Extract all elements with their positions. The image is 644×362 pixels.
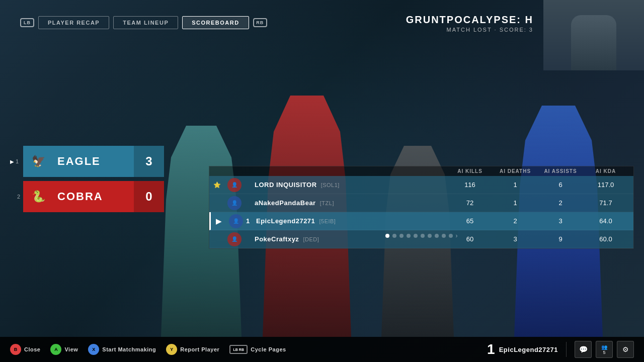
page-dot-6 bbox=[421, 234, 425, 238]
col-header-assists: AI ASSISTS bbox=[538, 168, 583, 174]
page-dot-5 bbox=[414, 234, 418, 238]
player-kda: 64.0 bbox=[583, 217, 628, 225]
player-kda: 71.7 bbox=[583, 199, 628, 207]
player-tag: [TZL] bbox=[320, 200, 334, 206]
score-header: AI KILLS AI DEATHS AI ASSISTS AI KDA bbox=[209, 166, 633, 176]
current-player: 1 EpicLegend27271 bbox=[487, 341, 558, 357]
match-result: MATCH LOST · SCORE: 3 bbox=[406, 27, 533, 33]
player-kda: 117.0 bbox=[583, 181, 628, 189]
action-cycle-label: Cycle Pages bbox=[251, 346, 286, 352]
col-header-kills: AI KILLS bbox=[447, 168, 493, 174]
page-dot-2 bbox=[392, 234, 396, 238]
player-deaths: 2 bbox=[493, 217, 538, 225]
eagle-score: 3 bbox=[134, 146, 164, 177]
table-row[interactable]: ▶ 👤 1 EpicLegend27271 [5EIB] 65 2 3 64.0 bbox=[209, 212, 633, 230]
player-tag: [SOL1] bbox=[321, 182, 340, 188]
match-name: GRUNTPOCALYPSE: H bbox=[406, 14, 533, 26]
pagination: › bbox=[209, 232, 634, 239]
col-header-kda: AI KDA bbox=[583, 168, 628, 174]
action-matchmaking[interactable]: X Start Matchmaking bbox=[88, 344, 156, 355]
webcam-feed bbox=[543, 0, 644, 70]
action-view-label: View bbox=[64, 346, 78, 352]
player-assists: 3 bbox=[538, 217, 583, 225]
player-deaths: 1 bbox=[493, 199, 538, 207]
player-name: LORD INQUISITOR [SOL1] bbox=[255, 181, 447, 189]
chat-icon-button[interactable]: 💬 bbox=[575, 341, 592, 358]
players-icon-button[interactable]: 👥 5 bbox=[596, 341, 613, 358]
action-cycle-pages[interactable]: LB RB Cycle Pages bbox=[229, 345, 286, 354]
y-button[interactable]: Y bbox=[166, 344, 177, 355]
left-bumper[interactable]: LB bbox=[20, 18, 34, 27]
page-dot-4 bbox=[407, 234, 411, 238]
match-title: GRUNTPOCALYPSE: H MATCH LOST · SCORE: 3 bbox=[406, 14, 533, 33]
player-name: EpicLegend27271 [5EIB] bbox=[256, 217, 447, 225]
top-navigation: LB PLAYER RECAP TEAM LINEUP SCOREBOARD R… bbox=[20, 16, 267, 29]
team-indicator-cobra: 2 bbox=[10, 194, 20, 200]
table-row[interactable]: ⭐ 👤 LORD INQUISITOR [SOL1] 116 1 6 117.0 bbox=[209, 176, 633, 194]
rank-icon bbox=[209, 194, 224, 212]
player-avatar: 👤 bbox=[227, 196, 242, 210]
player-kills: 65 bbox=[447, 217, 493, 225]
player-kills: 116 bbox=[447, 181, 493, 189]
action-close[interactable]: B Close bbox=[10, 344, 40, 355]
team-row-cobra: 2 🐍 COBRA 0 bbox=[10, 181, 164, 212]
player-avatar: 👤 bbox=[229, 214, 243, 228]
tab-team-lineup[interactable]: TEAM LINEUP bbox=[113, 16, 178, 29]
current-player-number: 1 bbox=[487, 341, 495, 357]
cobra-score: 0 bbox=[134, 181, 164, 212]
divider bbox=[566, 342, 567, 357]
cobra-name: COBRA bbox=[53, 190, 134, 203]
player-assists: 6 bbox=[538, 181, 583, 189]
bottom-right: 1 EpicLegend27271 💬 👥 5 ⚙ bbox=[487, 341, 634, 358]
action-close-label: Close bbox=[24, 346, 40, 352]
rank-icon: ▶ bbox=[211, 212, 226, 230]
action-report-label: Report Player bbox=[180, 346, 219, 352]
settings-icon-button[interactable]: ⚙ bbox=[617, 341, 634, 358]
page-arrow-next[interactable]: › bbox=[456, 232, 458, 239]
player-deaths: 1 bbox=[493, 181, 538, 189]
team-panels: ▶ 1 🦅 EAGLE 3 2 🐍 COBRA 0 bbox=[10, 146, 164, 212]
player-avatar: 👤 bbox=[227, 178, 242, 192]
team-indicator-eagle: ▶ 1 bbox=[10, 158, 20, 164]
tab-player-recap[interactable]: PLAYER RECAP bbox=[38, 16, 109, 29]
col-header-deaths: AI DEATHS bbox=[493, 168, 538, 174]
a-button[interactable]: A bbox=[50, 344, 61, 355]
action-matchmaking-label: Start Matchmaking bbox=[102, 346, 156, 352]
team-panel-eagle[interactable]: 🦅 EAGLE 3 bbox=[23, 146, 164, 177]
action-view[interactable]: A View bbox=[50, 344, 78, 355]
eagle-name: EAGLE bbox=[53, 155, 134, 168]
team-panel-cobra[interactable]: 🐍 COBRA 0 bbox=[23, 181, 164, 212]
bottom-bar: B Close A View X Start Matchmaking Y Rep… bbox=[0, 337, 644, 362]
selected-arrow: ▶ bbox=[10, 159, 14, 164]
webcam-overlay bbox=[543, 0, 644, 70]
player-kills: 72 bbox=[447, 199, 493, 207]
player-tag: [5EIB] bbox=[319, 218, 336, 224]
players-count: 5 bbox=[603, 350, 605, 355]
current-indicator: 1 bbox=[246, 217, 256, 225]
cobra-icon: 🐍 bbox=[23, 181, 53, 212]
current-player-name: EpicLegend27271 bbox=[499, 346, 558, 353]
lb-rb-button[interactable]: LB RB bbox=[229, 345, 248, 354]
page-dot-10 bbox=[449, 234, 453, 238]
page-dot-9 bbox=[442, 234, 446, 238]
tab-scoreboard[interactable]: SCOREBOARD bbox=[182, 16, 249, 29]
bottom-actions: B Close A View X Start Matchmaking Y Rep… bbox=[10, 344, 487, 355]
table-row[interactable]: 👤 aNakedPandaBear [TZL] 72 1 2 71.7 bbox=[209, 194, 633, 212]
page-dot-1 bbox=[385, 234, 389, 238]
page-dot-7 bbox=[428, 234, 432, 238]
player-name: aNakedPandaBear [TZL] bbox=[255, 199, 447, 207]
players-icon: 👥 bbox=[601, 344, 607, 350]
b-button[interactable]: B bbox=[10, 344, 21, 355]
x-button[interactable]: X bbox=[88, 344, 99, 355]
page-dot-8 bbox=[435, 234, 439, 238]
team-row-eagle: ▶ 1 🦅 EAGLE 3 bbox=[10, 146, 164, 177]
bottom-icon-group: 💬 👥 5 ⚙ bbox=[575, 341, 634, 358]
action-report[interactable]: Y Report Player bbox=[166, 344, 219, 355]
eagle-icon: 🦅 bbox=[23, 146, 53, 177]
webcam-person bbox=[571, 15, 616, 70]
page-dot-3 bbox=[399, 234, 404, 238]
rank-icon: ⭐ bbox=[209, 176, 224, 194]
right-bumper[interactable]: RB bbox=[253, 18, 267, 27]
player-assists: 2 bbox=[538, 199, 583, 207]
